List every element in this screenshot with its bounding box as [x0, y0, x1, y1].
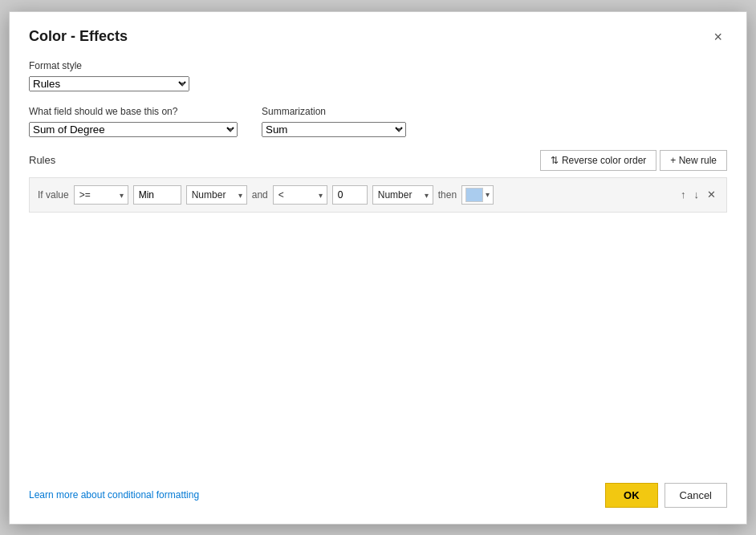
field-base-label: What field should we base this on? [29, 106, 238, 117]
new-rule-label: + New rule [670, 155, 717, 166]
type1-wrap: Number Percent Percentile [186, 185, 247, 205]
reverse-label: Reverse color order [562, 155, 646, 166]
swatch-chevron: ▾ [486, 190, 490, 199]
dialog-header: Color - Effects × [29, 28, 727, 46]
field-base-wrap: Sum of Degree [29, 122, 238, 137]
format-style-wrap: Rules Gradient Field value [29, 76, 189, 91]
val2-input[interactable] [332, 185, 368, 205]
type2-wrap: Number Percent Percentile [372, 185, 433, 205]
footer-buttons: OK Cancel [605, 483, 727, 508]
cancel-button[interactable]: Cancel [665, 483, 727, 508]
rules-label: Rules [29, 154, 55, 166]
if-value-label: If value [38, 189, 69, 201]
reverse-icon: ⇅ [551, 155, 559, 166]
rules-header: Rules ⇅ Reverse color order + New rule [29, 150, 727, 171]
dialog: Color - Effects × Format style Rules Gra… [9, 11, 747, 525]
color-swatch-button[interactable]: ▾ [461, 185, 494, 205]
row-actions: ↑ ↓ ✕ [678, 187, 718, 202]
summarization-label: Summarization [262, 106, 406, 117]
move-up-button[interactable]: ↑ [678, 187, 689, 202]
field-row: What field should we base this on? Sum o… [29, 106, 727, 137]
footer: Learn more about conditional formatting … [29, 470, 727, 508]
format-style-label: Format style [29, 60, 727, 71]
move-down-button[interactable]: ↓ [692, 187, 702, 202]
format-style-section: Format style Rules Gradient Field value [29, 60, 727, 91]
op2-wrap: < <= > >= = != [273, 185, 327, 205]
op1-select[interactable]: >= > <= < = != [74, 185, 128, 205]
val1-input[interactable] [133, 185, 181, 205]
summarization-section: Summarization Sum Average Min Max Count [262, 106, 406, 137]
field-base-section: What field should we base this on? Sum o… [29, 106, 238, 137]
learn-more-link[interactable]: Learn more about conditional formatting [29, 489, 199, 501]
then-label: then [438, 189, 457, 201]
close-button[interactable]: × [709, 28, 727, 46]
summarization-wrap: Sum Average Min Max Count [262, 122, 406, 137]
dialog-title: Color - Effects [29, 28, 128, 45]
ok-button[interactable]: OK [605, 483, 658, 508]
and-label: and [252, 189, 268, 201]
reverse-color-button[interactable]: ⇅ Reverse color order [540, 150, 656, 171]
format-style-select[interactable]: Rules Gradient Field value [29, 76, 189, 91]
delete-rule-button[interactable]: ✕ [705, 187, 718, 202]
color-swatch [465, 188, 483, 202]
type2-select[interactable]: Number Percent Percentile [372, 185, 433, 205]
summarization-select[interactable]: Sum Average Min Max Count [262, 122, 406, 137]
field-base-select[interactable]: Sum of Degree [29, 122, 238, 137]
op1-wrap: >= > <= < = != [74, 185, 128, 205]
rule-row: If value >= > <= < = != Number Percent P… [29, 177, 727, 213]
type1-select[interactable]: Number Percent Percentile [186, 185, 247, 205]
new-rule-button[interactable]: + New rule [660, 150, 727, 171]
rules-actions: ⇅ Reverse color order + New rule [540, 150, 727, 171]
op2-select[interactable]: < <= > >= = != [273, 185, 327, 205]
